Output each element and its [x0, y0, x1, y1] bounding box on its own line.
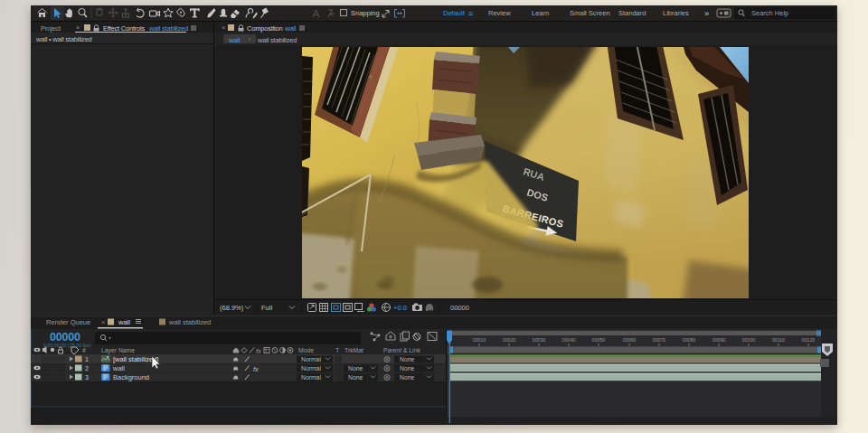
svg-text:1: 1: [85, 356, 89, 362]
svg-text:Mode: Mode: [298, 347, 314, 353]
svg-text:Full: Full: [261, 304, 272, 312]
svg-text:Snapping: Snapping: [351, 9, 380, 17]
svg-text:Search Help: Search Help: [751, 9, 788, 17]
svg-text:00090: 00090: [712, 337, 726, 343]
svg-text:Normal: Normal: [301, 365, 321, 372]
svg-text:(68.9%): (68.9%): [220, 304, 244, 312]
svg-text:Render Queue: Render Queue: [46, 318, 90, 326]
svg-text:fx: fx: [253, 365, 259, 373]
svg-text:wall stabilized: wall stabilized: [168, 318, 211, 326]
svg-text:Parent & Link: Parent & Link: [383, 347, 420, 353]
svg-text:Learn: Learn: [532, 9, 549, 17]
svg-text:00050: 00050: [592, 337, 606, 343]
svg-text:None: None: [400, 356, 414, 362]
svg-text:Normal: Normal: [301, 374, 321, 381]
svg-text:00030: 00030: [533, 337, 546, 343]
svg-text:2: 2: [85, 365, 89, 372]
svg-text:fx: fx: [256, 347, 261, 355]
svg-text:00060: 00060: [623, 337, 637, 343]
svg-text:00010: 00010: [473, 337, 486, 343]
svg-text:Background: Background: [113, 373, 149, 381]
svg-text:00000: 00000: [50, 331, 80, 344]
svg-text:None: None: [400, 374, 414, 381]
svg-text:Libraries: Libraries: [663, 9, 689, 17]
svg-text:wall: wall: [112, 364, 125, 372]
svg-text:+0.0: +0.0: [393, 304, 407, 312]
svg-text:Normal: Normal: [301, 356, 321, 362]
svg-text:00110: 00110: [772, 337, 785, 343]
svg-text:None: None: [400, 365, 414, 372]
svg-text:TrkMat: TrkMat: [344, 347, 363, 353]
svg-text:Standard: Standard: [618, 9, 646, 17]
svg-text:None: None: [348, 365, 363, 372]
svg-text:T: T: [335, 347, 339, 353]
svg-text:≡: ≡: [468, 9, 473, 18]
svg-text:00080: 00080: [683, 337, 696, 343]
svg-text:00070: 00070: [653, 337, 666, 343]
svg-text:3: 3: [85, 374, 89, 381]
svg-text:×: ×: [101, 318, 105, 326]
svg-text:00000: 00000: [450, 304, 469, 312]
svg-text:00040: 00040: [562, 337, 576, 343]
svg-text:Review: Review: [488, 9, 511, 17]
svg-text:00020: 00020: [503, 337, 516, 343]
svg-text:#: #: [82, 347, 86, 353]
svg-text:00120: 00120: [802, 337, 816, 343]
svg-text:00100: 00100: [742, 337, 756, 343]
svg-text:Small Screen: Small Screen: [570, 9, 610, 17]
svg-text:»: »: [704, 8, 709, 18]
svg-text:Layer Name: Layer Name: [101, 347, 135, 354]
svg-text:wall: wall: [118, 318, 130, 326]
svg-text:Default: Default: [443, 9, 466, 17]
svg-text:None: None: [348, 374, 363, 381]
